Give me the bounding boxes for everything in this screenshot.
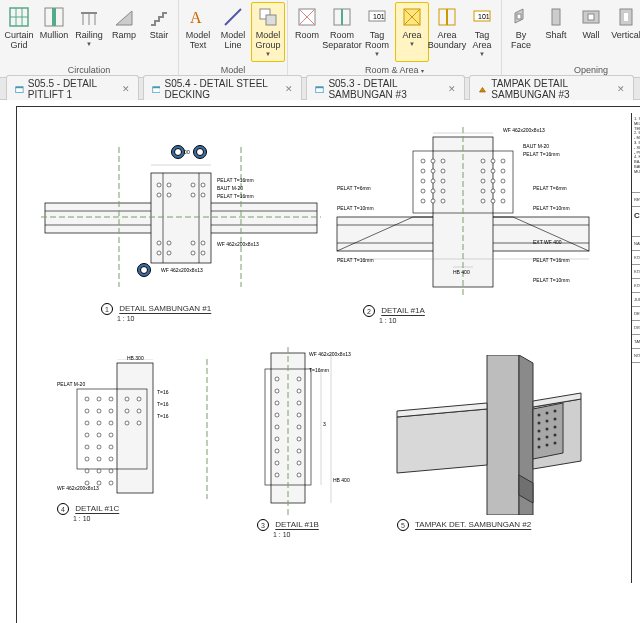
- svg-point-186: [546, 444, 549, 447]
- view-tab[interactable]: S05.4 - DETAIL STEEL DECKING✕: [143, 75, 303, 102]
- curtain-grid-icon: [7, 5, 31, 29]
- svg-point-121: [85, 421, 89, 425]
- svg-point-162: [297, 473, 301, 477]
- close-icon[interactable]: ✕: [448, 84, 456, 94]
- model-line-button[interactable]: ModelLine: [216, 2, 250, 62]
- svg-point-179: [538, 430, 541, 433]
- wall-button[interactable]: Wall: [574, 2, 608, 62]
- vertical-icon: [614, 5, 638, 29]
- svg-point-92: [501, 179, 505, 183]
- svg-point-80: [501, 159, 505, 163]
- svg-point-78: [481, 159, 485, 163]
- vertical-button[interactable]: Vertical: [609, 2, 640, 62]
- svg-point-114: [125, 397, 129, 401]
- svg-point-118: [109, 409, 113, 413]
- room-icon: [295, 5, 319, 29]
- svg-point-160: [297, 461, 301, 465]
- room-separator-icon: [330, 5, 354, 29]
- sheet-icon: [315, 84, 324, 94]
- svg-point-146: [297, 377, 301, 381]
- view-tab[interactable]: S05.5 - DETAIL PITLIFT 1✕: [6, 75, 139, 102]
- svg-point-155: [275, 437, 279, 441]
- svg-point-101: [441, 199, 445, 203]
- svg-point-102: [481, 199, 485, 203]
- tag-area-icon: 101: [470, 5, 494, 29]
- mullion-button[interactable]: Mullion: [37, 2, 71, 62]
- stair-icon: [147, 5, 171, 29]
- svg-point-153: [275, 425, 279, 429]
- svg-rect-109: [117, 363, 153, 493]
- detail-3d-sambungan-2: 5 TAMPAK DET. SAMBUNGAN #2: [393, 355, 583, 545]
- chevron-down-icon: ▼: [265, 51, 271, 57]
- ramp-button[interactable]: Ramp: [107, 2, 141, 62]
- svg-marker-10: [116, 11, 132, 25]
- chevron-down-icon: ▼: [374, 51, 380, 57]
- view-tabs: S05.5 - DETAIL PITLIFT 1✕S05.4 - DETAIL …: [0, 78, 640, 100]
- svg-point-62: [157, 251, 161, 255]
- svg-point-178: [554, 418, 557, 421]
- svg-point-156: [297, 437, 301, 441]
- stair-button[interactable]: Stair: [142, 2, 176, 62]
- railing-button[interactable]: Railing▼: [72, 2, 106, 62]
- svg-point-75: [421, 159, 425, 163]
- svg-text:A: A: [190, 9, 202, 26]
- svg-point-137: [109, 469, 113, 473]
- shaft-button[interactable]: Shaft: [539, 2, 573, 62]
- svg-point-65: [201, 251, 205, 255]
- tag-area-button[interactable]: 101TagArea▼: [465, 2, 499, 62]
- svg-point-135: [85, 469, 89, 473]
- close-icon[interactable]: ✕: [617, 84, 625, 94]
- tag-room-button[interactable]: 101TagRoom▼: [360, 2, 394, 62]
- drawing-canvas[interactable]: HB.200 PELAT T=16mm BAUT M-20 PELAT T=16…: [0, 100, 640, 623]
- chevron-down-icon: ▼: [409, 41, 415, 47]
- curtain-grid-button[interactable]: CurtainGrid: [2, 2, 36, 62]
- sheet-border: HB.200 PELAT T=16mm BAUT M-20 PELAT T=16…: [16, 106, 640, 623]
- area-button[interactable]: Area▼: [395, 2, 429, 62]
- room-separator-button[interactable]: RoomSeparator: [325, 2, 359, 62]
- svg-point-122: [97, 421, 101, 425]
- close-icon[interactable]: ✕: [122, 84, 130, 94]
- railing-icon: [77, 5, 101, 29]
- svg-line-12: [225, 9, 241, 25]
- svg-point-91: [491, 179, 495, 183]
- svg-point-181: [554, 426, 557, 429]
- svg-rect-40: [152, 86, 159, 87]
- room-button[interactable]: Room: [290, 2, 324, 62]
- view-tab[interactable]: TAMPAK DETAIL SAMBUNGAN #3✕: [469, 75, 634, 102]
- svg-point-125: [137, 421, 141, 425]
- svg-marker-168: [397, 409, 487, 473]
- svg-point-132: [85, 457, 89, 461]
- svg-point-180: [546, 428, 549, 431]
- view-tab[interactable]: S05.3 - DETAIL SAMBUNGAN #3✕: [306, 75, 465, 102]
- svg-point-134: [109, 457, 113, 461]
- detail-1c: HB.300 PELAT M-20 T=16 T=16 T=16 WF 462x…: [57, 359, 227, 529]
- svg-point-157: [275, 449, 279, 453]
- svg-point-84: [481, 169, 485, 173]
- svg-point-133: [97, 457, 101, 461]
- svg-point-184: [554, 434, 557, 437]
- svg-point-112: [97, 397, 101, 401]
- svg-point-147: [275, 389, 279, 393]
- svg-point-120: [137, 409, 141, 413]
- svg-point-63: [167, 251, 171, 255]
- detail-1a: WF 462x200x8x13 BAUT M-20 PELAT T=16mm P…: [333, 127, 593, 327]
- ramp-icon: [112, 5, 136, 29]
- svg-point-85: [491, 169, 495, 173]
- svg-point-61: [201, 241, 205, 245]
- sheet-icon: [152, 84, 161, 94]
- model-group-button[interactable]: ModelGroup▼: [251, 2, 285, 62]
- tag-room-icon: 101: [365, 5, 389, 29]
- svg-point-148: [297, 389, 301, 393]
- model-text-button[interactable]: AModelText: [181, 2, 215, 62]
- svg-point-57: [201, 193, 205, 197]
- area-boundary-button[interactable]: AreaBoundary: [430, 2, 464, 62]
- close-icon[interactable]: ✕: [285, 84, 293, 94]
- svg-text:101: 101: [373, 13, 385, 20]
- ribbon-group-model: AModelTextModelLineModelGroup▼Model: [179, 0, 288, 77]
- by-face-button[interactable]: ByFace: [504, 2, 538, 62]
- svg-rect-33: [588, 14, 594, 20]
- svg-point-136: [97, 469, 101, 473]
- chevron-down-icon: ▼: [86, 41, 92, 47]
- svg-point-79: [491, 159, 495, 163]
- svg-point-161: [275, 473, 279, 477]
